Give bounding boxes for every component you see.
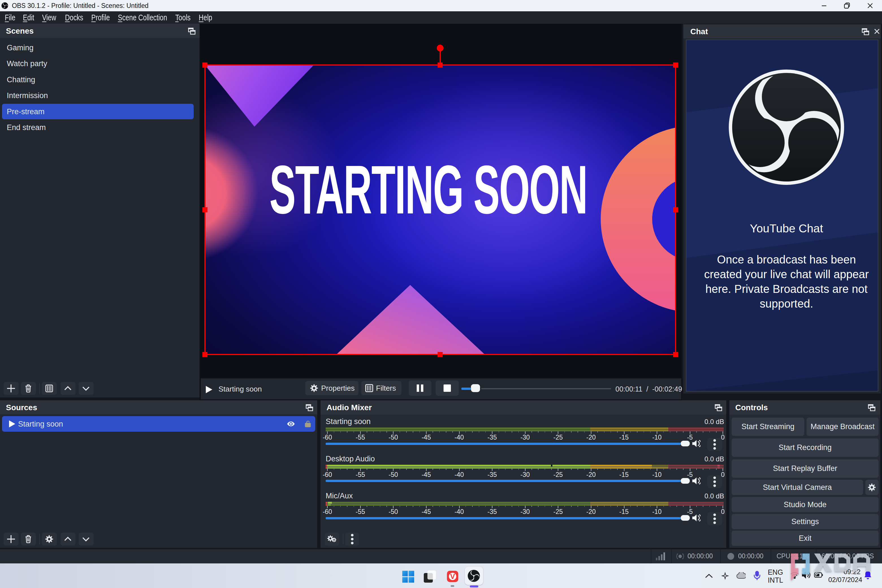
svg-text:Once a broadcast has been: Once a broadcast has been	[717, 253, 856, 266]
svg-text:supported.: supported.	[760, 297, 813, 310]
svg-text:created your live chat will ap: created your live chat will appear	[704, 268, 869, 280]
svg-text:YouTube Chat: YouTube Chat	[750, 222, 823, 235]
svg-text:here. Private Broadcasts are n: here. Private Broadcasts are not	[705, 283, 868, 295]
